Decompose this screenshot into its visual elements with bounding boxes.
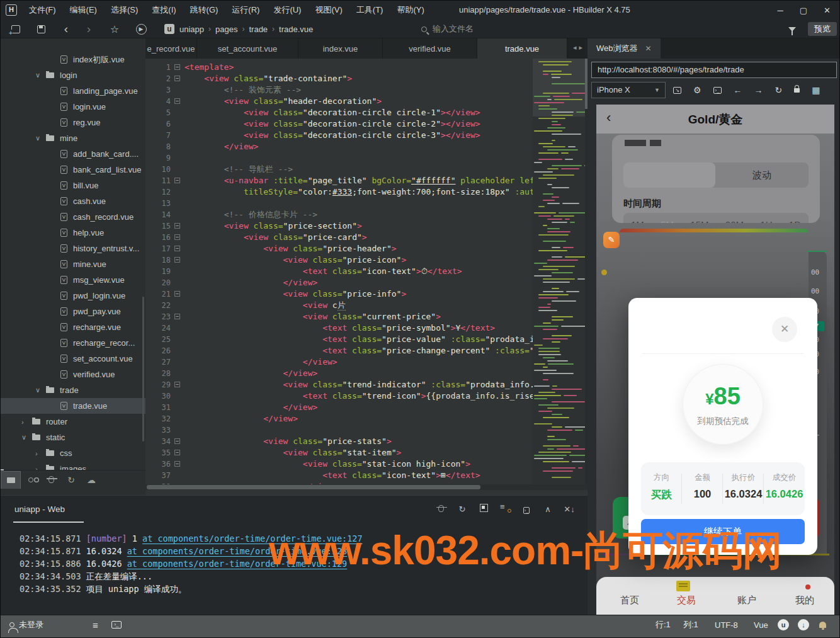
app-tab-交易[interactable]: 交易 bbox=[677, 595, 696, 607]
url-bar[interactable]: http://localhost:8080/#/pages/trade/trad… bbox=[591, 62, 837, 78]
app-period-options[interactable]: 1M5M15M30M1H1D bbox=[623, 213, 809, 223]
fold-icon[interactable]: − bbox=[174, 64, 180, 70]
app-volatility-option[interactable]: 波动 bbox=[715, 162, 809, 188]
clear-console-icon[interactable]: ✕↓ bbox=[564, 504, 575, 514]
code-area[interactable]: 1−<template>2− <view class="trade-contai… bbox=[145, 59, 587, 484]
tree-item-verified.vue[interactable]: Vverified.vue bbox=[1, 367, 145, 382]
menu-帮助(Y)[interactable]: 帮助(Y) bbox=[390, 1, 431, 20]
device-selector[interactable]: iPhone X▼ bbox=[591, 82, 666, 98]
back-button[interactable]: ‹ bbox=[60, 20, 72, 38]
outline-icon[interactable]: ≡ bbox=[93, 615, 98, 634]
tree-item-add_bank_card....[interactable]: Vadd_bank_card.... bbox=[1, 146, 145, 162]
tree-item-help.vue[interactable]: Vhelp.vue bbox=[1, 225, 145, 241]
app-tab-账户[interactable]: 账户 bbox=[737, 595, 756, 607]
files-panel-tab[interactable] bbox=[1, 471, 21, 489]
tree-item-recharge_recor...[interactable]: Vrecharge_recor... bbox=[1, 335, 145, 351]
period-option-5M[interactable]: 5M bbox=[661, 219, 674, 224]
preview-button[interactable]: 预览 bbox=[808, 22, 837, 36]
terminal-icon[interactable]: ›_ bbox=[111, 615, 122, 634]
tree-item-reg.vue[interactable]: Vreg.vue bbox=[1, 115, 145, 130]
menu-跳转(G)[interactable]: 跳转(G) bbox=[183, 1, 225, 20]
editor-horizontal-scrollbar[interactable] bbox=[145, 484, 587, 490]
chevron-right-icon[interactable]: › bbox=[21, 418, 24, 426]
sidebar-scrollbar[interactable] bbox=[142, 297, 144, 441]
fold-icon[interactable]: − bbox=[174, 291, 180, 297]
find-in-console-icon[interactable] bbox=[499, 504, 511, 514]
menu-文件(F)[interactable]: 文件(F) bbox=[22, 1, 63, 20]
chevron-down-icon[interactable]: ∨ bbox=[35, 386, 40, 394]
encoding[interactable]: UTF-8 bbox=[715, 615, 738, 634]
source-link[interactable]: at components/order-time/order-time.vue:… bbox=[142, 533, 363, 544]
fold-icon[interactable]: − bbox=[174, 98, 180, 104]
fold-icon[interactable]: − bbox=[174, 178, 180, 183]
tree-item-trade[interactable]: ∨trade bbox=[1, 382, 145, 398]
language-mode[interactable]: Vue bbox=[754, 615, 768, 634]
chevron-down-icon[interactable]: ∨ bbox=[35, 134, 40, 142]
console-icon[interactable]: ›_ bbox=[713, 87, 722, 94]
sync-panel-tab[interactable]: ↻ bbox=[61, 471, 81, 489]
app-tab-我的[interactable]: 我的 bbox=[795, 595, 814, 607]
tree-item-set_account.vue[interactable]: Vset_account.vue bbox=[1, 351, 145, 367]
fold-icon[interactable]: − bbox=[174, 382, 180, 387]
open-external-icon[interactable]: ↘ bbox=[673, 87, 681, 94]
fold-icon[interactable]: − bbox=[174, 450, 180, 455]
tree-item-recharge.vue[interactable]: Vrecharge.vue bbox=[1, 319, 145, 335]
qr-code-icon[interactable]: ▦ bbox=[812, 85, 820, 95]
period-option-1H[interactable]: 1H bbox=[760, 219, 772, 224]
tree-item-cash.vue[interactable]: Vcash.vue bbox=[1, 193, 145, 209]
forward-button[interactable]: › bbox=[82, 20, 95, 38]
settings-gear-icon[interactable]: ⚙ bbox=[693, 85, 701, 95]
source-link[interactable]: at components/order-time/order-time.vue:… bbox=[127, 546, 348, 556]
breadcrumb-item[interactable]: trade.vue bbox=[279, 25, 313, 34]
tree-item-static[interactable]: ∨static bbox=[1, 430, 145, 445]
tree-item-pwd_login.vue[interactable]: Vpwd_login.vue bbox=[1, 288, 145, 304]
nav-forward-icon[interactable]: → bbox=[754, 85, 763, 95]
menu-查找(I)[interactable]: 查找(I) bbox=[145, 1, 183, 20]
tree-item-css[interactable]: ›css bbox=[1, 445, 145, 461]
breadcrumb-item[interactable]: trade bbox=[249, 25, 268, 34]
tree-item-router[interactable]: ›router bbox=[1, 414, 145, 430]
source-link[interactable]: at components/order-time/order-time.vue:… bbox=[127, 559, 348, 569]
chevron-right-icon[interactable]: › bbox=[35, 450, 38, 457]
notification-bell-icon[interactable] bbox=[819, 615, 826, 634]
tree-item-index初版.vue[interactable]: Vindex初版.vue bbox=[1, 52, 145, 67]
bookmark-star-icon[interactable]: ☆ bbox=[108, 20, 122, 38]
menu-工具(T)[interactable]: 工具(T) bbox=[349, 1, 390, 20]
debug-panel-tab[interactable] bbox=[41, 471, 61, 489]
tree-item-cash_record.vue[interactable]: Vcash_record.vue bbox=[1, 209, 145, 225]
console-tab[interactable]: uniapp - Web bbox=[14, 504, 65, 514]
close-preview-icon[interactable]: ✕ bbox=[645, 44, 652, 53]
file-search[interactable]: 输入文件名 bbox=[421, 20, 474, 38]
reload-icon[interactable]: ↻ bbox=[775, 85, 783, 95]
tree-item-mine[interactable]: ∨mine bbox=[1, 130, 145, 146]
menu-编辑(E)[interactable]: 编辑(E) bbox=[63, 1, 104, 20]
menu-发行(U)[interactable]: 发行(U) bbox=[266, 1, 308, 20]
search-panel-tab[interactable] bbox=[21, 471, 41, 489]
tree-item-login.vue[interactable]: Vlogin.vue bbox=[1, 99, 145, 115]
cursor-line[interactable]: 行:1 bbox=[656, 615, 671, 634]
cursor-col[interactable]: 列:1 bbox=[683, 615, 698, 634]
update-icon[interactable]: ↓ bbox=[798, 615, 809, 634]
editor-tab-verified.vue[interactable]: verified.vue bbox=[383, 38, 477, 59]
close-button[interactable]: ✕ bbox=[824, 6, 831, 15]
tree-item-login[interactable]: ∨login bbox=[1, 67, 145, 83]
login-status[interactable]: 未登录 bbox=[9, 615, 43, 634]
breadcrumb[interactable]: uniapp›pages›trade›trade.vue bbox=[179, 20, 313, 38]
tree-item-trade.vue[interactable]: Vtrade.vue bbox=[1, 398, 145, 414]
tree-item-mine.vue[interactable]: Vmine.vue bbox=[1, 256, 145, 272]
period-option-30M[interactable]: 30M bbox=[725, 219, 744, 224]
fold-icon[interactable]: − bbox=[174, 461, 180, 467]
continue-order-button[interactable]: 继续下单 bbox=[641, 519, 805, 544]
web-browser-tab[interactable]: Web浏览器 ✕ bbox=[587, 38, 661, 59]
cloud-panel-tab[interactable]: ☁ bbox=[81, 471, 101, 489]
editor-tab-index.vue[interactable]: index.vue bbox=[298, 38, 383, 59]
chevron-down-icon[interactable]: ∨ bbox=[21, 433, 26, 441]
maximize-button[interactable]: ▢ bbox=[800, 6, 807, 15]
app-edit-icon[interactable]: ✎ bbox=[603, 232, 620, 248]
chevron-down-icon[interactable]: ∨ bbox=[35, 71, 40, 79]
modal-close-icon[interactable]: ✕ bbox=[772, 317, 797, 342]
editor-tab-set_account.vue[interactable]: set_account.vue bbox=[197, 38, 298, 59]
fold-icon[interactable]: − bbox=[174, 438, 180, 444]
debug-icon[interactable] bbox=[435, 504, 446, 514]
breadcrumb-item[interactable]: pages bbox=[215, 25, 237, 34]
